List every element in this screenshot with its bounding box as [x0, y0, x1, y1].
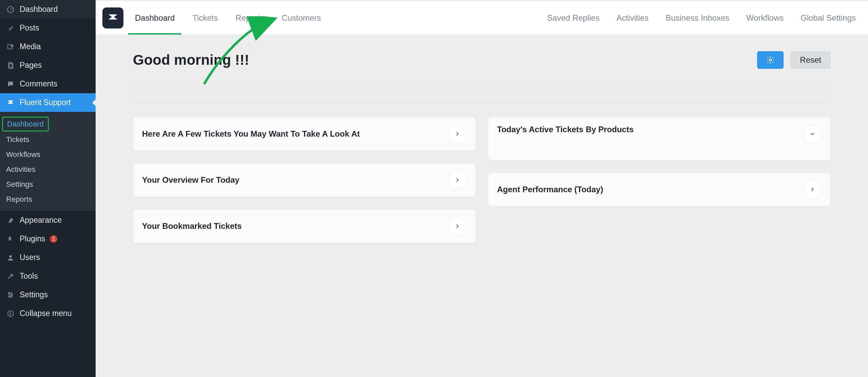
panel-title: Your Overview For Today	[142, 175, 239, 185]
user-icon	[6, 253, 15, 262]
reset-button[interactable]: Reset	[790, 51, 831, 69]
sidebar-label: Comments	[20, 79, 57, 88]
sidebar-item-appearance[interactable]: Appearance	[0, 211, 96, 230]
svg-point-7	[11, 294, 13, 296]
plug-icon	[6, 235, 15, 243]
nav-item-business-inboxes[interactable]: Business Inboxes	[663, 2, 732, 34]
sidebar-label: Users	[20, 253, 40, 262]
sidebar-item-posts[interactable]: Posts	[0, 19, 96, 37]
nav-item-activities[interactable]: Activities	[614, 2, 651, 34]
greeting-actions: Reset	[757, 51, 831, 69]
sidebar-label: Media	[20, 42, 41, 51]
panel-title: Today's Active Tickets By Products	[497, 125, 634, 134]
svg-point-5	[9, 255, 12, 257]
panel-overview-today[interactable]: Your Overview For Today	[133, 163, 476, 197]
app-logo	[102, 7, 123, 28]
nav-item-saved-replies[interactable]: Saved Replies	[544, 2, 602, 34]
submenu-item-dashboard[interactable]: Dashboard	[2, 117, 49, 132]
svg-point-2	[11, 44, 13, 47]
sidebar-item-collapse[interactable]: Collapse menu	[0, 304, 96, 323]
panel-bookmarked-tickets[interactable]: Your Bookmarked Tickets	[133, 209, 476, 243]
sidebar-item-pages[interactable]: Pages	[0, 56, 96, 75]
wp-admin-sidebar: Dashboard Posts Media Pages Comments Flu…	[0, 0, 96, 377]
panel-active-tickets-products[interactable]: Today's Active Tickets By Products	[488, 117, 831, 160]
sidebar-label: Posts	[20, 23, 39, 33]
chevron-right-icon[interactable]	[448, 171, 467, 189]
nav-secondary: Saved Replies Activities Business Inboxe…	[544, 2, 859, 34]
collapse-icon	[6, 309, 15, 318]
sidebar-label: Collapse menu	[20, 309, 72, 318]
sidebar-item-dashboard[interactable]: Dashboard	[0, 0, 96, 19]
nav-primary: Dashboard Tickets Reports Customers	[132, 2, 324, 34]
svg-point-10	[769, 59, 772, 61]
sidebar-item-plugins[interactable]: Plugins 1	[0, 230, 96, 248]
page-title: Good morning !!!	[133, 52, 249, 68]
sidebar-item-comments[interactable]: Comments	[0, 75, 96, 93]
nav-item-tickets[interactable]: Tickets	[190, 2, 220, 34]
nav-item-dashboard[interactable]: Dashboard	[132, 2, 177, 34]
svg-point-8	[9, 296, 11, 297]
plugins-badge: 1	[50, 235, 57, 243]
sidebar-label: Fluent Support	[20, 98, 71, 107]
pin-icon	[6, 24, 15, 33]
submenu-item-settings[interactable]: Settings	[0, 177, 96, 192]
main-area: Dashboard Tickets Reports Customers Save…	[96, 0, 868, 377]
sidebar-label: Appearance	[20, 216, 62, 225]
nav-item-workflows[interactable]: Workflows	[744, 2, 786, 34]
sidebar-item-settings[interactable]: Settings	[0, 285, 96, 304]
comment-icon	[6, 80, 15, 88]
sliders-icon	[6, 291, 15, 299]
panel-look-at-tickets[interactable]: Here Are A Few Tickets You May Want To T…	[133, 117, 476, 151]
fluent-support-icon	[6, 98, 15, 107]
settings-button[interactable]	[757, 51, 784, 69]
panel-title: Your Bookmarked Tickets	[142, 221, 242, 231]
sidebar-submenu: Dashboard Tickets Workflows Activities S…	[0, 112, 96, 211]
svg-point-6	[9, 292, 10, 294]
submenu-item-tickets[interactable]: Tickets	[0, 132, 96, 147]
sidebar-label: Pages	[20, 61, 42, 70]
nav-item-customers[interactable]: Customers	[279, 2, 324, 34]
sidebar-label: Plugins	[20, 234, 45, 243]
divider	[133, 102, 831, 103]
sidebar-label: Settings	[20, 290, 48, 299]
panel-title: Agent Performance (Today)	[497, 185, 603, 194]
svg-point-9	[8, 311, 14, 316]
submenu-item-reports[interactable]: Reports	[0, 192, 96, 207]
sidebar-label: Dashboard	[20, 5, 58, 14]
divider	[133, 88, 831, 88]
wrench-icon	[6, 272, 15, 281]
sidebar-item-users[interactable]: Users	[0, 248, 96, 267]
sidebar-label: Tools	[20, 272, 38, 281]
gauge-icon	[6, 5, 15, 14]
chevron-right-icon[interactable]	[448, 125, 467, 143]
sidebar-item-media[interactable]: Media	[0, 37, 96, 56]
chevron-right-icon[interactable]	[448, 217, 467, 235]
sidebar-item-tools[interactable]: Tools	[0, 267, 96, 285]
gear-icon	[766, 56, 775, 64]
pages-icon	[6, 61, 15, 70]
nav-item-global-settings[interactable]: Global Settings	[798, 2, 859, 34]
chevron-right-icon[interactable]	[803, 180, 822, 199]
brush-icon	[6, 216, 15, 225]
chevron-down-icon[interactable]	[803, 125, 822, 143]
panel-agent-performance[interactable]: Agent Performance (Today)	[488, 173, 831, 206]
app-header: Dashboard Tickets Reports Customers Save…	[96, 1, 868, 35]
submenu-item-workflows[interactable]: Workflows	[0, 147, 96, 162]
nav-item-reports[interactable]: Reports	[233, 2, 267, 34]
media-icon	[6, 42, 15, 51]
submenu-item-activities[interactable]: Activities	[0, 162, 96, 177]
sidebar-item-fluent-support[interactable]: Fluent Support	[0, 93, 96, 112]
panel-title: Here Are A Few Tickets You May Want To T…	[142, 129, 360, 139]
